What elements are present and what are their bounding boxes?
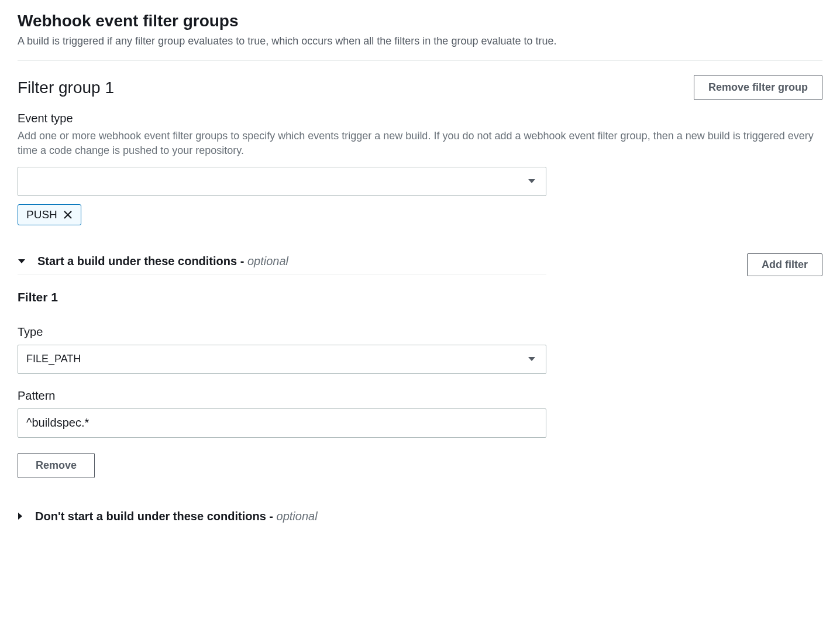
filter-type-label: Type xyxy=(18,325,822,339)
filter-type-field: Type FILE_PATH xyxy=(18,325,822,374)
dont-start-conditions-expander[interactable]: Don't start a build under these conditio… xyxy=(18,510,822,523)
filter-pattern-field: Pattern xyxy=(18,389,822,438)
filter-type-select[interactable]: FILE_PATH xyxy=(18,345,546,374)
section-subtitle: A build is triggered if any filter group… xyxy=(18,34,822,49)
optional-label: optional xyxy=(277,510,318,523)
dont-start-title: Don't start a build under these conditio… xyxy=(35,510,266,523)
section-title: Webhook event filter groups xyxy=(18,12,822,30)
optional-label: optional xyxy=(247,255,288,267)
event-type-label: Event type xyxy=(18,112,822,125)
start-conditions-row: Start a build under these conditions - o… xyxy=(18,253,822,276)
filter-pattern-input[interactable] xyxy=(18,408,546,438)
caret-right-icon xyxy=(18,512,23,520)
filter-1-heading: Filter 1 xyxy=(18,290,822,304)
section-header: Webhook event filter groups A build is t… xyxy=(18,12,822,49)
remove-filter-button[interactable]: Remove xyxy=(18,453,95,478)
filter-type-select-wrapper: FILE_PATH xyxy=(18,345,546,374)
event-type-token-push[interactable]: PUSH xyxy=(18,204,81,225)
divider xyxy=(18,60,822,61)
remove-filter-group-button[interactable]: Remove filter group xyxy=(694,75,822,100)
start-conditions-expander[interactable]: Start a build under these conditions - o… xyxy=(18,255,546,274)
caret-down-icon xyxy=(18,259,26,265)
event-type-field: Event type Add one or more webhook event… xyxy=(18,112,822,225)
event-type-select-wrapper xyxy=(18,167,546,196)
close-icon[interactable] xyxy=(63,210,73,219)
filter-pattern-label: Pattern xyxy=(18,389,822,403)
dash: - xyxy=(269,510,276,523)
event-type-description: Add one or more webhook event filter gro… xyxy=(18,129,822,158)
filter-group-title: Filter group 1 xyxy=(18,78,114,97)
add-filter-button[interactable]: Add filter xyxy=(747,253,822,276)
filter-group-header: Filter group 1 Remove filter group xyxy=(18,75,822,100)
start-conditions-title: Start a build under these conditions xyxy=(37,255,237,267)
dash: - xyxy=(240,255,247,267)
token-label: PUSH xyxy=(26,208,57,221)
event-type-select[interactable] xyxy=(18,167,546,196)
